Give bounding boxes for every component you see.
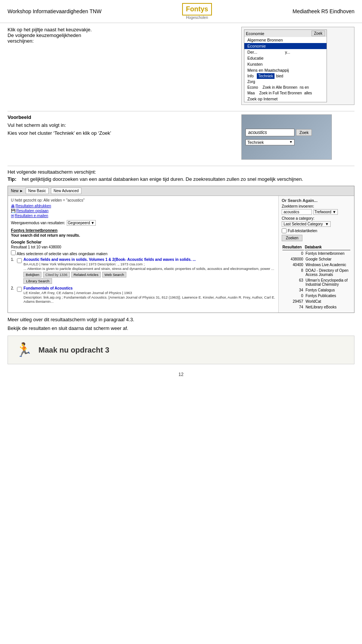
acoustics-cluster-select[interactable]: Techniek ▼: [245, 139, 295, 145]
result-title-2[interactable]: Fundamentals of Acoustics: [23, 286, 275, 290]
tip-label: Tip:: [8, 176, 19, 182]
dd-item-info[interactable]: Info: [244, 73, 257, 79]
voorbeeld-title: Voorbeeld: [8, 114, 234, 120]
dropdown-screenshot: Economie Zoek Algemene Bronnen Economie …: [241, 27, 354, 105]
meer-uitleg: Meer uitleg over dit resultaatscherm vol…: [8, 317, 354, 322]
search-again-title: Or Search Again...: [282, 198, 351, 203]
result-item-2: 2. Fundamentals of Acoustics LE Kinsler,…: [11, 286, 275, 304]
dd-item-econo[interactable]: Econo: [244, 85, 261, 90]
result-meta-2: LE Kinsler, AR Frey, CE Adams | American…: [23, 291, 275, 295]
search-query: U hebt gezocht op: Alle velden = "acoust…: [11, 198, 275, 202]
weergave-select[interactable]: Gegroepeerd ▼: [67, 220, 96, 226]
db-count: 0: [282, 251, 304, 256]
related-button-1[interactable]: Related Articles: [71, 272, 101, 277]
cluster-arrow: ▼: [289, 140, 293, 145]
db-table-row: 29457 WorldCat: [282, 299, 350, 304]
print-results-link[interactable]: 🖶 Resultaten afdrukken: [11, 204, 51, 208]
db-name: Fontys Internetbronnen: [305, 251, 350, 256]
full-text-row: Full-tekstartikelen: [282, 228, 351, 233]
db-name: Google Scholar: [305, 257, 350, 262]
dd-item-zoek-alle[interactable]: Zoek in Alle Bronnen: [261, 85, 299, 90]
library-search-button-1[interactable]: Library Search: [23, 278, 52, 284]
db-count: 34: [282, 288, 304, 293]
dd-item-kunsten[interactable]: Kunsten: [244, 61, 327, 67]
print-icon: 🖶: [11, 204, 15, 208]
save-results-link[interactable]: 💾 Resultaten opslaan: [11, 209, 49, 213]
result-content-2: Fundamentals of Acoustics LE Kinsler, AR…: [23, 286, 275, 304]
db-name: DOAJ - Directory of Open Access Journals: [305, 268, 350, 277]
trefwoord-select[interactable]: Trefwoord ▼: [313, 209, 338, 215]
dd-item-maa[interactable]: Maa: [244, 90, 258, 96]
email-results-link[interactable]: ✉ Resultaten e-mailen: [11, 214, 48, 218]
db-count: 29457: [282, 299, 304, 304]
result-checkbox-1[interactable]: [17, 258, 22, 263]
zoeken-button[interactable]: Zoeken: [282, 235, 302, 241]
full-text-checkbox[interactable]: [282, 228, 287, 233]
dd-item-techniek[interactable]: Techniek: [257, 73, 275, 79]
websearch-button-1[interactable]: Web Search: [102, 272, 126, 277]
bekijken-button-1[interactable]: Bekijken: [23, 272, 41, 277]
voorbeeld-section: Voorbeeld Vul het scherm als volgt in: K…: [8, 114, 354, 160]
full-text-label: Full-tekstartikelen: [288, 229, 317, 233]
dd-item-zorg[interactable]: Zorg: [244, 79, 258, 85]
results-body: U hebt gezocht op: Alle velden = "acoust…: [8, 196, 354, 313]
db-count: 438000: [282, 257, 304, 262]
result-item-1: 1. Acoustic fields and waves in solids. …: [11, 257, 275, 284]
db-name: Ullman’s Encyclopedia of Industrial Chem…: [305, 278, 350, 287]
tip-text: het gelijktijdig doorzoeken van een aant…: [22, 176, 303, 182]
db-table-row: 0 Fontys Internetbronnen: [282, 251, 350, 256]
zoekterm-label: Zoekterm invoeren:: [282, 204, 351, 208]
results-left-panel: U hebt gezocht op: Alle velden = "acoust…: [8, 196, 279, 313]
new-basic-button[interactable]: New Basic: [26, 188, 49, 194]
voorbeeld-text: Voorbeeld Vul het scherm als volgt in: K…: [8, 114, 234, 160]
email-icon: ✉: [11, 214, 14, 218]
dropdown-sim-box: Economie Zoek Algemene Bronnen Economie …: [241, 27, 354, 105]
header-logo: Fontys Hogescholen: [182, 3, 212, 20]
dropdown-simulation: Economie Zoek Algemene Bronnen Economie …: [244, 29, 327, 102]
voorbeeld-line1: Vul het scherm als volgt in:: [8, 122, 234, 128]
dd-item-gebied: bied: [275, 73, 285, 79]
category-select[interactable]: Last Selected Category ▼: [282, 221, 331, 227]
dd-item-zoek-internet[interactable]: Zoek op Internet: [244, 96, 327, 102]
db-name: NetLibrary eBooks: [305, 305, 350, 310]
acoustics-sim-box: acoustics Zoek Techniek ▼: [241, 114, 332, 160]
db-count: 74: [282, 305, 304, 310]
db-name: WorldCat: [305, 299, 350, 304]
header-right-title: Mediatheek R5 Eindhoven: [293, 8, 354, 14]
query-label: U hebt gezocht op: Alle velden = "acoust…: [11, 198, 84, 202]
cited-button-1[interactable]: Cited by 1336: [43, 272, 70, 277]
fontys-internetbronnen-title: Fontys Internetbronnen: [11, 228, 275, 233]
cluster-label: Techniek: [247, 140, 264, 145]
db-count: 8: [282, 268, 304, 277]
dd-item-economie[interactable]: Economie: [244, 43, 327, 49]
result-number-2: 2.: [11, 286, 14, 290]
zoek-button-top[interactable]: Zoek: [311, 31, 325, 36]
db-count: 63: [282, 278, 304, 287]
select-all-checkbox[interactable]: [11, 250, 16, 255]
dd-item-mens[interactable]: Mens en Maatschappij: [244, 67, 327, 73]
weergave-row: Weergavemodus van resultaten: Gegroepeer…: [11, 220, 275, 226]
or-search-row: Trefwoord ▼: [282, 209, 351, 215]
opdracht-figure-icon: 🏃: [15, 342, 32, 358]
results-screenshot: New ► New Basic New Advanced U hebt gezo…: [8, 186, 354, 313]
new-label: New ►: [11, 189, 23, 193]
dd-item-der[interactable]: Der... y...: [244, 49, 327, 55]
result-buttons-1: Bekijken Cited by 1336 Related Articles …: [23, 272, 274, 277]
new-advanced-button[interactable]: New Advanced: [51, 188, 81, 194]
or-search-input[interactable]: [282, 209, 312, 215]
result-checkbox-2[interactable]: [17, 287, 22, 292]
result-number-1: 1.: [11, 257, 14, 262]
db-name: Windows Live Academic: [305, 262, 350, 267]
acoustics-zoek-btn[interactable]: Zoek: [296, 129, 312, 136]
dd-item-algemene[interactable]: Algemene Bronnen: [244, 37, 327, 43]
intro-section: Klik op het pijltje naast het keuzevakje…: [8, 27, 354, 105]
db-name: Fontys Publicaties: [305, 293, 350, 298]
acoustics-cluster-row: Techniek ▼: [245, 139, 328, 145]
dd-item-zoek-full[interactable]: Zoek in Full Text Bronnen: [258, 90, 303, 96]
db-table-row: 8 DOAJ - Directory of Open Access Journa…: [282, 268, 350, 277]
databank-header: Databank: [305, 245, 350, 250]
result-title-1[interactable]: Acoustic fields and waves in solids. Vol…: [23, 257, 274, 262]
dd-item-educatie[interactable]: Educatie: [244, 55, 327, 61]
db-name: Fontys Catalogus: [305, 288, 350, 293]
divider1: [8, 111, 354, 111]
